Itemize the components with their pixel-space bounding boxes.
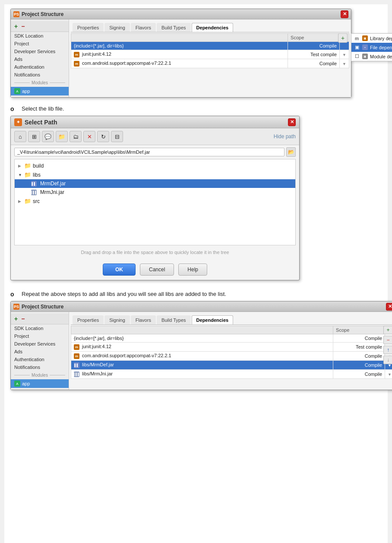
dd-module-dep[interactable]: ☐ ▣ Module dependency: [351, 52, 392, 61]
section-label-2: o Repeat the above steps to add all libs…: [10, 291, 382, 298]
tabs-1: Properties Signing Flavors Build Types D…: [71, 21, 349, 32]
sidebar-module-app-1[interactable]: A app: [11, 87, 69, 95]
jar-icon-1: ▌▌: [74, 362, 79, 368]
sidebar-2: + − SDK Location Project Developer Servi…: [11, 312, 69, 390]
dep-scope: Compile: [333, 334, 385, 343]
window-title-1: Project Structure: [22, 11, 63, 17]
module-icon-1: A: [14, 88, 20, 94]
sidebar-module-app-2[interactable]: A app: [11, 379, 69, 388]
sidebar-item-notif-2[interactable]: Notifications: [11, 363, 69, 371]
tab-signing-2[interactable]: Signing: [104, 315, 130, 324]
jar-file-icon: ▌▌: [31, 181, 37, 187]
table-row[interactable]: {include=[*.jar], dir=libs} Compile: [71, 334, 392, 343]
folder-nav-tool-btn[interactable]: 🗂: [70, 131, 82, 142]
folder-add-tool-btn[interactable]: 📁: [56, 131, 68, 142]
sidebar-header-2: + −: [11, 314, 69, 324]
tab-flavors-1[interactable]: Flavors: [131, 23, 156, 32]
add-item-button-2[interactable]: +: [13, 315, 19, 322]
dep-name: m com.android.support:appcompat-v7:22.2.…: [71, 352, 333, 361]
m-icon: m: [74, 61, 79, 67]
table-row[interactable]: ▌▌ libs/MrmDef.jar Compile ▼: [71, 361, 392, 370]
sidebar-item-auth-2[interactable]: Authentication: [11, 356, 69, 363]
table-row[interactable]: ▌▌▌ libs/MrmJni.jar Compile ▼: [71, 370, 392, 379]
sp-tree-area: ▶ 📁 build ▼ 📁 libs ▶ ▌▌ MrmDef.jar ▶ ▌▌▌…: [14, 159, 296, 245]
bubble-tool-btn[interactable]: 💬: [42, 131, 54, 142]
dep-scope: Compile: [288, 59, 340, 68]
sp-titlebar: ✦ Select Path ✕: [11, 116, 299, 128]
dep-name: {include=[*.jar], dir=libs}: [71, 42, 288, 50]
tab-buildtypes-1[interactable]: Build Types: [157, 23, 191, 32]
ps-body-2: + − SDK Location Project Developer Servi…: [11, 312, 392, 390]
sidebar-item-ads-2[interactable]: Ads: [11, 348, 69, 356]
tree-item-mrmdef[interactable]: ▶ ▌▌ MrmDef.jar: [15, 179, 295, 188]
add-dependency-btn-1[interactable]: +: [338, 33, 348, 43]
sidebar-item-devservices-1[interactable]: Developer Services: [11, 48, 69, 55]
tab-flavors-2[interactable]: Flavors: [131, 315, 156, 324]
add-dep-btn-2[interactable]: +: [383, 326, 392, 334]
sp-close-btn[interactable]: ✕: [288, 118, 296, 126]
library-dep-icon: ▣: [362, 35, 368, 41]
table-row[interactable]: m com.android.support:appcompat-v7:22.2.…: [71, 59, 349, 68]
table-row[interactable]: {include=[*.jar], dir=libs} Compile: [71, 42, 349, 50]
sidebar-item-notif-1[interactable]: Notifications: [11, 71, 69, 79]
tree-item-src[interactable]: ▶ 📁 src: [15, 197, 295, 206]
tab-dependencies-1[interactable]: Dependencies: [192, 23, 234, 32]
close-button-2[interactable]: ✕: [386, 303, 392, 311]
table-row[interactable]: m junit:junit:4.12 Test compile ▼: [71, 343, 392, 352]
app-icon-2: PS: [13, 304, 19, 310]
dd-library-dep[interactable]: m ▣ Library dependency: [351, 34, 392, 43]
dnd-hint: Drag and drop a file into the space abov…: [14, 247, 296, 257]
sidebar-item-project-2[interactable]: Project: [11, 332, 69, 340]
sidebar-1: + − SDK Location Project Developer Servi…: [11, 19, 69, 97]
sidebar-item-auth-1[interactable]: Authentication: [11, 63, 69, 71]
tab-signing-1[interactable]: Signing: [104, 23, 130, 32]
hide-path-btn[interactable]: Hide path: [274, 133, 296, 140]
sidebar-item-sdk-1[interactable]: SDK Location: [11, 32, 69, 40]
sidebar-item-devservices-2[interactable]: Developer Services: [11, 340, 69, 348]
window-titlebar-2: PS Project Structure ✕: [11, 302, 392, 312]
tree-item-build[interactable]: ▶ 📁 build: [15, 161, 295, 170]
dep-name: ▌▌▌ libs/MrmJni.jar: [71, 370, 333, 379]
m-icon: m: [74, 353, 79, 359]
add-item-button-1[interactable]: +: [13, 23, 19, 30]
refresh-tool-btn[interactable]: ↻: [97, 131, 109, 142]
help-button[interactable]: Help: [178, 264, 207, 276]
cancel-button[interactable]: Cancel: [140, 264, 174, 276]
tab-dependencies-2[interactable]: Dependencies: [192, 315, 234, 324]
path-browse-btn[interactable]: 📂: [286, 147, 296, 157]
section-bullet-2: o: [10, 291, 16, 298]
folder-icon: 📁: [24, 162, 31, 169]
name-header-1: [71, 34, 288, 42]
sidebar-item-project-1[interactable]: Project: [11, 40, 69, 48]
tab-buildtypes-2[interactable]: Build Types: [157, 315, 191, 324]
sidebar-item-sdk-2[interactable]: SDK Location: [11, 324, 69, 332]
chevron-right-icon-2: ▶: [18, 199, 22, 203]
settings-tool-btn[interactable]: ⊟: [111, 131, 123, 142]
dependencies-table-1: Scope {include=[*.jar], dir=libs} Compil…: [71, 33, 349, 68]
ps-body-1: + − SDK Location Project Developer Servi…: [11, 19, 351, 97]
ok-button[interactable]: OK: [103, 264, 136, 276]
section-text-2: Repeat the above steps to add all libs a…: [22, 291, 226, 297]
modules-separator-2: Modules: [14, 373, 65, 378]
sidebar-item-ads-1[interactable]: Ads: [11, 55, 69, 63]
table-row[interactable]: m com.android.support:appcompat-v7:22.2.…: [71, 352, 392, 361]
tree-item-libs[interactable]: ▼ 📁 libs: [15, 170, 295, 179]
tree-item-mrmjni[interactable]: ▶ ▌▌▌ MrmJni.jar: [15, 188, 295, 197]
move-up-btn[interactable]: ↑: [383, 346, 392, 354]
remove-dep-btn-2[interactable]: −: [383, 336, 392, 344]
close-button-1[interactable]: ✕: [341, 10, 348, 18]
sp-path-bar: 📂: [11, 145, 299, 159]
remove-item-button-1[interactable]: −: [20, 23, 25, 30]
home-tool-btn[interactable]: ⌂: [14, 131, 26, 142]
grid-tool-btn[interactable]: ⊞: [28, 131, 40, 142]
jar-file-icon-2: ▌▌▌: [31, 190, 37, 195]
tab-properties-1[interactable]: Properties: [73, 23, 104, 32]
table-row[interactable]: m junit:junit:4.12 Test compile ▼: [71, 50, 349, 59]
path-input[interactable]: [14, 148, 285, 156]
move-down-btn[interactable]: ↓: [383, 356, 392, 364]
dd-file-dep[interactable]: ▣ ▪ File dependency: [351, 43, 392, 52]
module-icon-2: A: [14, 381, 20, 387]
delete-tool-btn[interactable]: ✕: [83, 131, 95, 142]
tab-properties-2[interactable]: Properties: [73, 315, 104, 324]
remove-item-button-2[interactable]: −: [20, 315, 25, 322]
